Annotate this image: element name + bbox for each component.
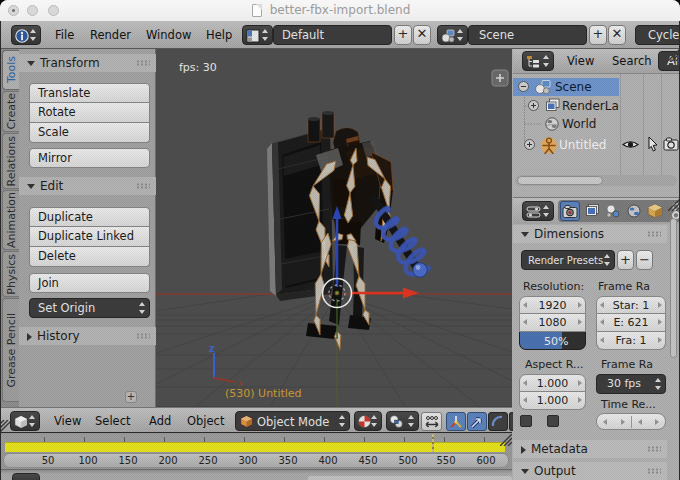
stepper-left-icon[interactable] (603, 419, 607, 425)
stepper-left-icon[interactable] (638, 419, 642, 425)
frame-rate-dropdown[interactable]: 30 fps (596, 374, 666, 394)
resolution-y-field[interactable]: 1080 (519, 314, 586, 332)
area-corner-widget[interactable] (0, 420, 12, 432)
tab-object[interactable] (645, 201, 665, 221)
translate-manipulator-toggle[interactable] (467, 412, 487, 431)
menu-view[interactable]: View (54, 414, 81, 428)
render-presets-dropdown[interactable]: Render Presets (521, 250, 615, 270)
frame-step-field[interactable]: Fra: 1 (596, 332, 666, 350)
stepper-right-icon[interactable] (578, 380, 582, 386)
outliner-row-renderlayers[interactable]: RenderLa (513, 97, 680, 115)
viewport-shading-dropdown[interactable] (354, 411, 382, 431)
tab-physics[interactable]: Physics (2, 251, 19, 297)
border-checkbox[interactable] (520, 415, 532, 427)
panel-header-output[interactable]: Output (513, 462, 667, 480)
editor-type-timeline-button[interactable] (12, 473, 40, 480)
delete-button[interactable]: Delete (29, 247, 150, 267)
rotate-manipulator-toggle[interactable] (488, 412, 508, 431)
menu-render[interactable]: Render (90, 28, 131, 42)
add-preset-button[interactable]: + (617, 250, 634, 270)
viewport-3d[interactable]: z x fps: 30 (530) Untitled (156, 49, 512, 407)
pivot-point-dropdown[interactable] (386, 411, 419, 431)
outliner-menu-search[interactable]: Search (612, 54, 652, 68)
rotate-button[interactable]: Rotate (29, 103, 150, 123)
scale-button[interactable]: Scale (29, 123, 150, 143)
translate-button[interactable]: Translate (29, 83, 150, 103)
menu-select[interactable]: Select (95, 414, 130, 428)
panel-header-metadata[interactable]: Metadata (513, 440, 667, 458)
open-region-button[interactable] (492, 70, 508, 86)
resolution-percentage-slider[interactable]: 50% (519, 332, 586, 350)
stepper-left-icon[interactable] (523, 380, 527, 386)
tab-relations[interactable]: Relations (2, 133, 19, 189)
stepper-right-icon[interactable] (658, 337, 662, 343)
menu-help[interactable]: Help (206, 28, 232, 42)
editor-type-info-button[interactable] (11, 25, 41, 45)
delete-layout-button[interactable]: ✕ (413, 25, 431, 45)
stepper-right-icon[interactable] (658, 319, 662, 325)
outliner-hscrollbar[interactable] (515, 175, 677, 186)
timeline[interactable]: 50 100 150 200 250 300 350 400 450 500 5… (0, 433, 512, 480)
outliner-row-world[interactable]: World (513, 115, 680, 133)
screen-layout-field[interactable]: Default (273, 25, 392, 45)
timeline-scrollbar[interactable]: 50 100 150 200 250 300 350 400 450 500 5… (3, 453, 509, 468)
stepper-right-icon[interactable] (621, 419, 625, 425)
resolution-x-field[interactable]: 1920 (519, 296, 586, 314)
outliner-row-untitled[interactable]: Untitled (513, 134, 680, 155)
scene-field[interactable]: Scene (468, 25, 587, 45)
stepper-right-icon[interactable] (655, 419, 659, 425)
mirror-button[interactable]: Mirror (29, 148, 150, 168)
editor-type-outliner-button[interactable] (522, 51, 554, 71)
tab-animation[interactable]: Animation (2, 190, 19, 250)
stepper-left-icon[interactable] (600, 337, 604, 343)
time-remap-fields[interactable] (596, 413, 666, 430)
editor-type-3dview-button[interactable] (10, 411, 40, 431)
stepper-right-icon[interactable] (578, 397, 582, 403)
stepper-left-icon[interactable] (523, 319, 527, 325)
expand-icon[interactable] (524, 139, 535, 150)
duplicate-linked-button[interactable]: Duplicate Linked (29, 227, 150, 247)
stepper-left-icon[interactable] (523, 397, 527, 403)
panel-header-transform[interactable]: Transform (19, 54, 156, 72)
stepper-left-icon[interactable] (600, 302, 604, 308)
panel-header-edit[interactable]: Edit (19, 177, 156, 195)
remove-preset-button[interactable]: − (636, 250, 653, 270)
stepper-right-icon[interactable] (578, 319, 582, 325)
add-scene-button[interactable]: + (589, 25, 607, 45)
panel-header-dimensions[interactable]: Dimensions (513, 225, 667, 243)
manipulate-centers-toggle[interactable] (421, 412, 442, 431)
frame-start-field[interactable]: Star: 1 (596, 296, 666, 314)
scrollbar-thumb[interactable] (517, 176, 603, 185)
aspect-x-field[interactable]: 1.000 (519, 374, 586, 392)
menu-add[interactable]: Add (149, 414, 171, 428)
tab-grease-pencil[interactable]: Grease Pencil (2, 298, 19, 402)
add-panel-button[interactable]: + (125, 391, 137, 403)
menu-object[interactable]: Object (187, 414, 224, 428)
selectable-cursor-icon[interactable] (646, 136, 659, 152)
frame-end-field[interactable]: E: 621 (596, 314, 666, 332)
visibility-eye-icon[interactable] (622, 137, 639, 152)
current-frame-marker[interactable] (432, 434, 434, 452)
render-engine-field[interactable]: Cycle (635, 25, 680, 45)
scene-browse-button[interactable] (437, 25, 468, 45)
stepper-right-icon[interactable] (578, 302, 582, 308)
tab-scene[interactable] (603, 201, 623, 221)
outliner-row-scene[interactable]: Scene (513, 78, 619, 96)
collapse-icon[interactable] (518, 81, 529, 92)
menu-window[interactable]: Window (146, 28, 191, 42)
properties-vscrollbar[interactable] (670, 218, 677, 358)
tab-tools[interactable]: Tools (2, 50, 19, 90)
aspect-y-field[interactable]: 1.000 (519, 392, 586, 410)
editor-type-properties-button[interactable] (522, 201, 554, 221)
tab-render-layers[interactable] (582, 201, 602, 221)
stepper-left-icon[interactable] (600, 319, 604, 325)
render-camera-icon[interactable] (663, 137, 679, 151)
tab-create[interactable]: Create (2, 91, 19, 132)
manipulator-toggle[interactable] (446, 412, 466, 431)
duplicate-button[interactable]: Duplicate (29, 207, 150, 227)
crop-checkbox[interactable] (547, 415, 559, 427)
outliner-menu-view[interactable]: View (567, 54, 594, 68)
add-layout-button[interactable]: + (394, 25, 412, 45)
mode-dropdown[interactable]: Object Mode (235, 411, 350, 431)
tab-render[interactable] (560, 201, 580, 221)
